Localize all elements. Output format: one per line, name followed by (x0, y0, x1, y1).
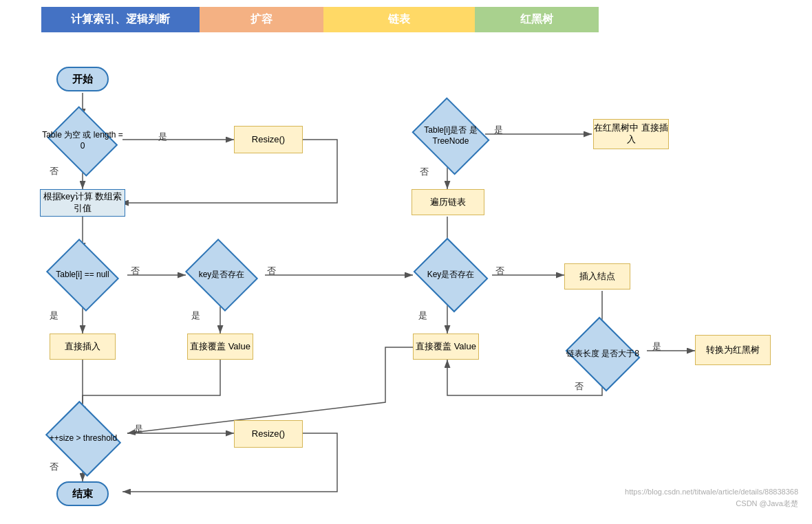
flow-area: 是 否 是 否 是 否 是 否 是 否 是 否 是 否 开始 Tabl (0, 38, 812, 519)
traverse-list-box: 遍历链表 (412, 189, 484, 215)
label-no-list-len: 否 (575, 380, 584, 393)
label-no-treenode: 否 (420, 166, 429, 178)
resize1-box: Resize() (234, 126, 303, 153)
label-yes-key-exists2: 是 (418, 309, 427, 322)
insert-node-box: 插入结点 (564, 263, 630, 290)
key-exists1-diamond: key是否存在 (180, 251, 263, 299)
label-no-key-exists2: 否 (495, 265, 504, 277)
header-orange: 扩容 (200, 7, 323, 32)
label-no-table-null: 否 (131, 265, 140, 277)
table-null-diamond: Table[i] == null (41, 251, 124, 299)
resize2-box: Resize() (234, 420, 303, 448)
label-yes-size-check: 是 (134, 423, 143, 435)
to-rbtree-box: 转换为红黑树 (695, 335, 771, 365)
list-len-diamond: 链表长度 是否大于8 (566, 330, 640, 378)
tree-insert-box: 在红黑树中 直接插入 (593, 119, 669, 149)
header-blue: 计算索引、逻辑判断 (41, 7, 200, 32)
direct-cover1-box: 直接覆盖 Value (187, 334, 253, 360)
header-yellow: 链表 (323, 7, 475, 32)
calc-index-box: 根据key计算 数组索引值 (40, 189, 125, 217)
header-row: 计算索引、逻辑判断 扩容 链表 红黑树 (41, 7, 805, 32)
diagram-container: 计算索引、逻辑判断 扩容 链表 红黑树 (0, 0, 812, 524)
size-check-diamond: ++size > threshold (41, 415, 125, 463)
start-terminal: 开始 (56, 67, 109, 91)
label-yes-list-len: 是 (652, 340, 661, 353)
label-yes-key-exists1: 是 (191, 309, 200, 322)
label-no-table-empty: 否 (50, 165, 58, 177)
table-empty-diamond: Table 为空 或 length = 0 (41, 117, 124, 165)
label-no-key-exists1: 否 (267, 265, 276, 277)
direct-insert1-box: 直接插入 (50, 334, 116, 360)
header-green: 红黑树 (475, 7, 599, 32)
direct-cover2-box: 直接覆盖 Value (413, 334, 479, 360)
label-yes-treenode: 是 (494, 124, 503, 136)
treenode-diamond: Table[i]是否 是TreeNode (407, 110, 494, 162)
end-terminal: 结束 (56, 481, 109, 506)
watermark: https://blog.csdn.net/titwale/article/de… (625, 486, 798, 509)
key-exists2-diamond: Key是否存在 (409, 251, 493, 299)
label-yes-table-empty: 是 (158, 131, 167, 143)
label-yes-table-null: 是 (50, 309, 58, 322)
